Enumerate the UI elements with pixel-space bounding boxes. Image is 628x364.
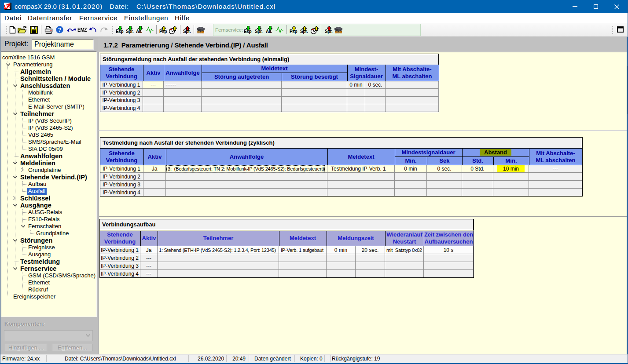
svg-text:?: ?	[58, 27, 62, 33]
